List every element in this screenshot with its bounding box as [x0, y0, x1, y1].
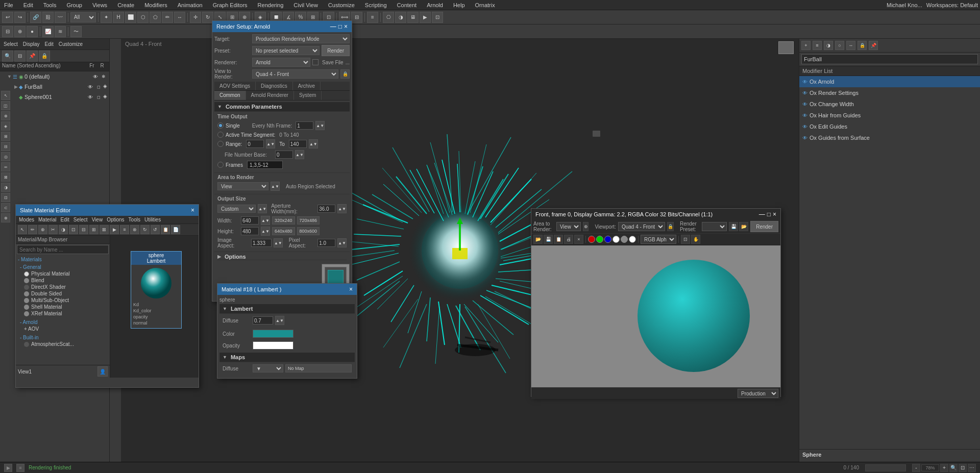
menu-scripting[interactable]: Scripting — [363, 2, 389, 8]
mod-eye-hair[interactable]: 👁 — [802, 113, 807, 118]
fr-tb-print[interactable]: 🖨 — [564, 235, 573, 244]
modifier-ox-hair-from-guides[interactable]: 👁 Ox Hair from Guides — [799, 110, 980, 121]
fr-tb-save[interactable]: 💾 — [544, 235, 553, 244]
pixel-aspect-spin[interactable]: ▲▼ — [337, 238, 347, 247]
slate-menu-modes[interactable]: Modes — [19, 217, 34, 222]
zoom-more-btn[interactable]: ⋯ — [968, 464, 976, 472]
menu-content[interactable]: Content — [395, 2, 419, 8]
sphere001-freeze[interactable]: ◻ — [95, 93, 102, 101]
preset-dropdown[interactable]: No preset selected — [252, 46, 320, 55]
mod-eye-render-settings[interactable]: 👁 — [802, 90, 807, 96]
side-icon-display[interactable]: ◫ — [1, 101, 10, 110]
modifier-ox-change-width[interactable]: 👁 Ox Change Width — [799, 98, 980, 110]
render-setup[interactable]: 🖥 — [407, 12, 419, 23]
range-from-spin[interactable]: ▲▼ — [266, 139, 275, 148]
aperture-width-input[interactable] — [317, 205, 335, 213]
save-file-checkbox[interactable] — [312, 59, 318, 65]
select-region-rect[interactable]: ⬜ — [125, 12, 136, 23]
furball-pin[interactable]: ◈ — [103, 83, 107, 90]
render-setup-close[interactable]: × — [344, 23, 348, 30]
opacity-swatch[interactable] — [253, 341, 293, 350]
menu-file[interactable]: File — [2, 2, 15, 8]
front-render-close[interactable]: × — [773, 211, 776, 218]
fr-tb-close[interactable]: × — [574, 235, 583, 244]
fr-color-white[interactable] — [612, 236, 620, 243]
slate-btn-1[interactable]: ↖ — [18, 225, 27, 234]
mat-atmospheric[interactable]: AtmosphericScat... — [20, 341, 106, 347]
select-btn[interactable]: ✦ — [101, 12, 112, 23]
slate-btn-9[interactable]: ⊠ — [100, 225, 109, 234]
rp-pin-icon[interactable]: 📌 — [869, 41, 878, 50]
fr-preset-load[interactable]: 📂 — [739, 222, 748, 231]
menu-help[interactable]: Help — [451, 2, 467, 8]
preset-720-btn[interactable]: 720x486 — [297, 216, 320, 225]
unlink-btn[interactable]: ⛓ — [42, 12, 54, 23]
preset-640-btn[interactable]: 640x480 — [272, 227, 295, 235]
frames-input[interactable] — [247, 161, 283, 169]
rp-move-icon[interactable]: ↔ — [846, 41, 855, 50]
fr-area-dropdown[interactable]: View — [556, 222, 581, 231]
slate-btn-7[interactable]: ⊟ — [79, 225, 88, 234]
mat-double-sided[interactable]: Double Sided — [20, 290, 106, 297]
renderer-dropdown[interactable]: Arnold — [252, 58, 310, 67]
tab-common[interactable]: Common — [214, 91, 246, 100]
modifier-ox-guides-from-surface[interactable]: 👁 Ox Guides from Surface — [799, 132, 980, 143]
slate-btn-4[interactable]: ✂ — [48, 225, 58, 234]
lambert-section-header[interactable]: ▼ Lambert — [219, 304, 355, 314]
fr-render-btn[interactable]: Render — [750, 221, 778, 232]
scene-layer-0[interactable]: ▼ ☰ ◉ 0 (default) 👁 ❄ — [0, 71, 109, 82]
height-spin[interactable]: ▲▼ — [261, 227, 270, 236]
pixel-aspect-input[interactable] — [317, 239, 335, 247]
preset-800-btn[interactable]: 800x600 — [297, 227, 320, 235]
slate-menu-edit[interactable]: Edit — [61, 217, 69, 222]
side-icon-13[interactable]: ⊕ — [1, 213, 10, 222]
mat-aov[interactable]: + AOV — [20, 326, 106, 332]
fr-viewport-lock[interactable]: 🔒 — [667, 222, 674, 231]
scene-sphere001[interactable]: ▶ ◆ Sphere001 👁 ◻ ◈ — [0, 92, 109, 102]
fr-preset-save[interactable]: 💾 — [729, 222, 738, 231]
range-to-spin[interactable]: ▲▼ — [309, 139, 318, 148]
single-radio[interactable] — [217, 122, 224, 129]
slate-btn-12[interactable]: ⊗ — [130, 225, 139, 234]
zoom-out-btn[interactable]: - — [912, 464, 920, 472]
diffuse-spin[interactable]: ▲▼ — [275, 316, 284, 325]
range-to-input[interactable] — [289, 140, 307, 148]
no-map-btn[interactable]: No Map — [285, 364, 352, 372]
view-to-render-lock[interactable]: 🔒 — [340, 69, 350, 79]
rp-circle-icon[interactable]: ○ — [835, 41, 844, 50]
align-btn[interactable]: ⊟ — [351, 12, 362, 23]
zoom-in-btn[interactable]: + — [940, 464, 948, 472]
output-size-spin[interactable]: ▲▼ — [258, 204, 267, 213]
motion-path[interactable]: 〜 — [70, 26, 82, 37]
render-button[interactable]: Render — [322, 45, 350, 56]
se-btn-customize[interactable]: Customize — [57, 41, 84, 47]
front-render-maximize[interactable]: □ — [767, 211, 771, 218]
tab-system[interactable]: System — [294, 91, 322, 100]
dope-sheet[interactable]: ≋ — [55, 26, 66, 37]
side-icon-9[interactable]: ⊠ — [1, 172, 10, 182]
select-filter-btn[interactable]: ⊟ — [2, 26, 13, 37]
select-region-lasso[interactable]: ✏ — [162, 12, 173, 23]
redo-btn[interactable]: ↪ — [14, 12, 26, 23]
slate-menu-options[interactable]: Options — [107, 217, 124, 222]
render-setup-maximize[interactable]: □ — [338, 23, 342, 30]
mat-multi-sub[interactable]: Multi/Sub-Object — [20, 297, 106, 304]
slate-btn-3[interactable]: ⊕ — [38, 225, 47, 234]
slate-btn-2[interactable]: ✏ — [28, 225, 37, 234]
image-aspect-input[interactable] — [251, 239, 272, 247]
mod-eye-guides-surface[interactable]: 👁 — [802, 135, 807, 141]
side-icon-5[interactable]: ⊞ — [1, 132, 10, 141]
side-icon-12[interactable]: ⊂ — [1, 203, 10, 212]
menu-customize[interactable]: Customize — [326, 2, 357, 8]
view-to-render-dropdown[interactable]: Quad 4 - Front — [252, 69, 338, 79]
auto-key[interactable]: ● — [27, 26, 38, 37]
material-search-input[interactable] — [17, 245, 109, 254]
status-bar-expand-btn[interactable]: ▶ — [4, 464, 12, 472]
fr-color-gray[interactable] — [621, 236, 628, 243]
built-in-header[interactable]: Built-in — [20, 334, 106, 341]
sphere-lambert-node[interactable]: sphereLambert Kd Kd_color — [131, 251, 182, 329]
mat-blend[interactable]: Blend — [20, 277, 106, 284]
slate-close-btn[interactable]: × — [191, 207, 194, 214]
link-btn[interactable]: 🔗 — [30, 12, 41, 23]
materials-header[interactable]: Materials — [18, 256, 108, 263]
